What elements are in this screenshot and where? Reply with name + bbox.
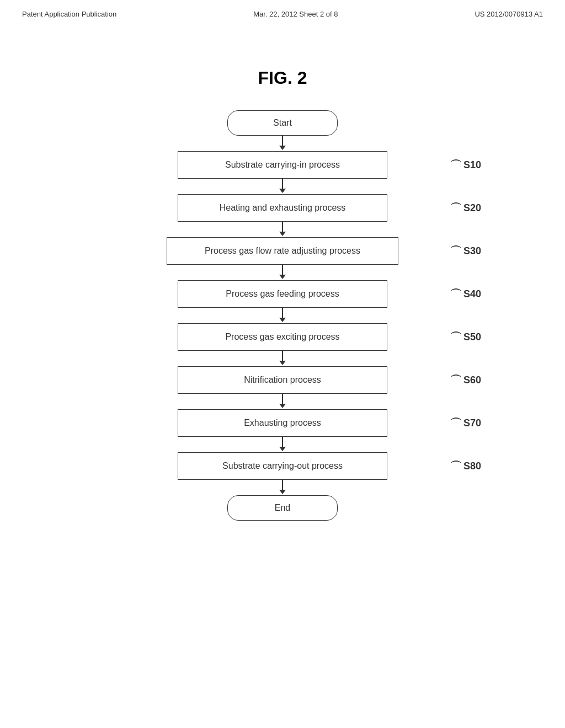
hook-icon-s10: ⌒ [450,158,461,173]
flowchart: Start Substrate carrying-in process ⌒ S1… [0,110,565,521]
step-id-s50: ⌒ S50 [450,330,481,345]
page-header: Patent Application Publication Mar. 22, … [0,0,565,24]
hook-icon-s50: ⌒ [450,330,461,345]
header-left: Patent Application Publication [22,10,116,18]
hook-icon-s70: ⌒ [450,416,461,431]
step-row-s30: Process gas flow rate adjusting process … [128,237,437,265]
step-label-s10: Substrate carrying-in process [225,160,340,170]
step-label-s60: Nitrification process [244,375,321,385]
step-label-s40: Process gas feeding process [226,289,339,299]
step-id-s60: ⌒ S60 [450,373,481,388]
step-id-s20: ⌒ S20 [450,201,481,216]
step-id-s10: ⌒ S10 [450,158,481,173]
end-box: End [227,495,338,521]
step-box-s20: Heating and exhausting process [178,194,387,222]
step-id-s70: ⌒ S70 [450,416,481,431]
figure-title: FIG. 2 [0,68,565,88]
hook-icon-s60: ⌒ [450,373,461,388]
step-row-s50: Process gas exciting process ⌒ S50 [128,323,437,351]
start-label: Start [273,118,292,128]
end-node: End [22,495,543,521]
step-row-s40: Process gas feeding process ⌒ S40 [128,280,437,308]
step-row-s60: Nitrification process ⌒ S60 [128,366,437,394]
step-label-s80: Substrate carrying-out process [222,461,343,471]
step-id-s80: ⌒ S80 [450,459,481,474]
hook-icon-s80: ⌒ [450,459,461,474]
step-box-s70: Exhausting process [178,409,387,437]
hook-icon-s40: ⌒ [450,287,461,302]
step-box-s80: Substrate carrying-out process [178,452,387,480]
header-right: US 2012/0070913 A1 [475,10,543,18]
step-label-s20: Heating and exhausting process [220,203,346,213]
step-box-s50: Process gas exciting process [178,323,387,351]
step-label-s70: Exhausting process [244,418,321,428]
arrow-0 [279,136,286,151]
step-box-s10: Substrate carrying-in process [178,151,387,179]
step-id-s40: ⌒ S40 [450,287,481,302]
step-row-s70: Exhausting process ⌒ S70 [128,409,437,437]
start-box: Start [227,110,338,136]
header-center: Mar. 22, 2012 Sheet 2 of 8 [253,10,338,18]
arrow-5 [279,351,286,366]
step-label-s50: Process gas exciting process [225,332,339,342]
arrow-4 [279,308,286,323]
hook-icon-s30: ⌒ [450,244,461,259]
step-box-s40: Process gas feeding process [178,280,387,308]
step-label-s30: Process gas flow rate adjusting process [205,246,360,256]
start-node: Start [22,110,543,136]
arrow-7 [279,437,286,452]
arrow-8 [279,480,286,495]
step-row-s20: Heating and exhausting process ⌒ S20 [128,194,437,222]
step-box-s30: Process gas flow rate adjusting process [167,237,398,265]
step-row-s10: Substrate carrying-in process ⌒ S10 [128,151,437,179]
hook-icon-s20: ⌒ [450,201,461,216]
step-row-s80: Substrate carrying-out process ⌒ S80 [128,452,437,480]
arrow-3 [279,265,286,280]
end-label: End [275,503,290,513]
arrow-2 [279,222,286,237]
arrow-6 [279,394,286,409]
step-box-s60: Nitrification process [178,366,387,394]
step-id-s30: ⌒ S30 [450,244,481,259]
arrow-1 [279,179,286,194]
